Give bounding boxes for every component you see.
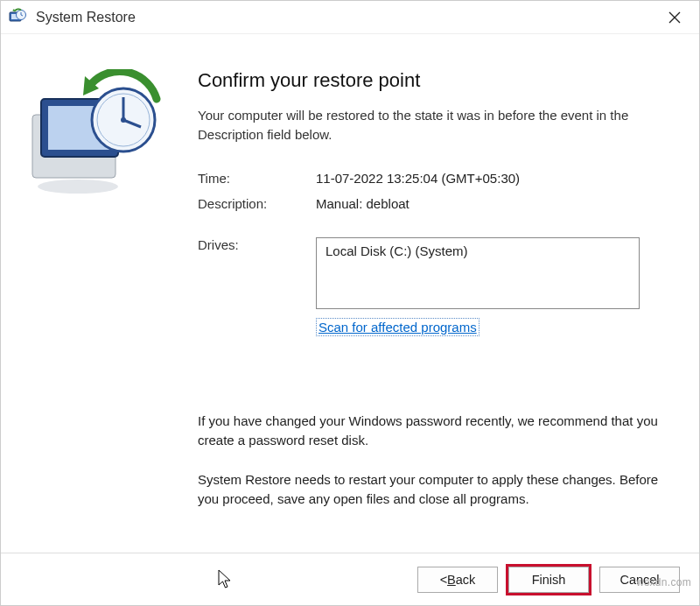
drives-row: Drives: Local Disk (C:) (System) Scan fo… (198, 237, 673, 336)
window-title: System Restore (36, 10, 657, 25)
drives-listbox[interactable]: Local Disk (C:) (System) (316, 237, 640, 309)
lead-text: Your computer will be restored to the st… (198, 106, 673, 144)
svg-point-7 (38, 180, 118, 194)
close-icon[interactable] (657, 4, 692, 31)
system-restore-window: System Restore Confirm y (0, 0, 700, 606)
system-restore-graphic-icon (17, 69, 174, 201)
scan-affected-programs-link[interactable]: Scan for affected programs (316, 318, 480, 336)
description-value: Manual: debloat (316, 196, 673, 211)
svg-point-12 (121, 117, 126, 123)
sidebar (1, 34, 198, 553)
drives-value: Local Disk (C:) (System) (326, 243, 468, 258)
password-reset-notice: If you have changed your Windows passwor… (198, 412, 673, 451)
description-row: Description: Manual: debloat (198, 196, 673, 211)
mouse-cursor-icon (218, 569, 234, 590)
restart-notice: System Restore needs to restart your com… (198, 470, 673, 510)
titlebar: System Restore (1, 1, 699, 34)
system-restore-icon (6, 6, 29, 29)
finish-button[interactable]: Finish (508, 567, 589, 593)
time-row: Time: 11-07-2022 13:25:04 (GMT+05:30) (198, 171, 673, 186)
notice-block: If you have changed your Windows passwor… (198, 412, 673, 529)
watermark: wsxdn.com (636, 576, 691, 588)
footer: < Back Finish Cancel (1, 553, 699, 605)
dialog-body: Confirm your restore point Your computer… (1, 34, 699, 553)
drives-label: Drives: (198, 237, 316, 336)
time-label: Time: (198, 171, 316, 186)
drives-column: Local Disk (C:) (System) Scan for affect… (316, 237, 640, 336)
time-value: 11-07-2022 13:25:04 (GMT+05:30) (316, 171, 673, 186)
back-button[interactable]: < Back (417, 567, 498, 593)
page-title: Confirm your restore point (198, 69, 673, 92)
main-content: Confirm your restore point Your computer… (198, 34, 699, 553)
description-label: Description: (198, 196, 316, 211)
